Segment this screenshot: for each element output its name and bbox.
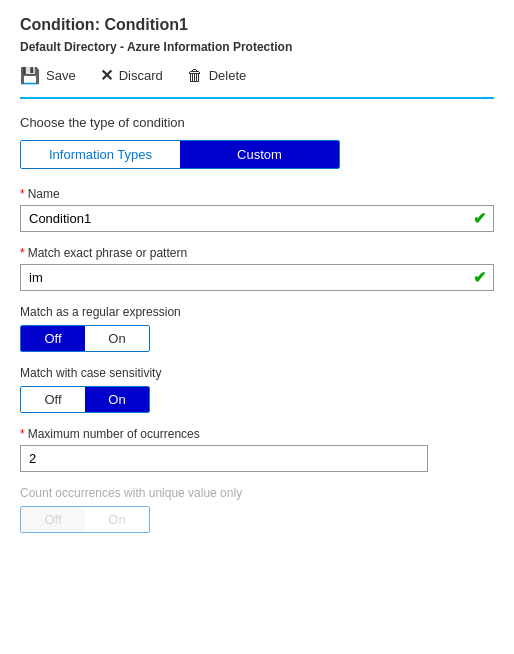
case-sensitivity-toggle: Off On [20,386,150,413]
regex-toggle-group: Match as a regular expression Off On [20,305,494,352]
name-field-group: *Name ✔ [20,187,494,232]
regex-on-button[interactable]: On [85,326,149,351]
delete-label: Delete [209,68,247,83]
max-occurrences-group: *Maximum number of ocurrences [20,427,494,472]
condition-type-label: Choose the type of condition [20,115,494,130]
regex-label: Match as a regular expression [20,305,494,319]
delete-button[interactable]: 🗑 Delete [187,67,247,85]
case-off-button[interactable]: Off [21,387,85,412]
max-occurrences-input[interactable] [20,445,428,472]
name-input-wrapper: ✔ [20,205,494,232]
match-valid-icon: ✔ [473,268,486,287]
name-required-star: * [20,187,25,201]
match-label: *Match exact phrase or pattern [20,246,494,260]
condition-type-tabs: Information Types Custom [20,140,340,169]
delete-icon: 🗑 [187,67,203,85]
discard-button[interactable]: ✕ Discard [100,66,163,85]
name-input[interactable] [20,205,494,232]
save-label: Save [46,68,76,83]
discard-icon: ✕ [100,66,113,85]
regex-toggle: Off On [20,325,150,352]
save-icon: 💾 [20,66,40,85]
page-title: Condition: Condition1 [20,16,494,34]
case-on-button[interactable]: On [85,387,149,412]
max-occ-label: *Maximum number of ocurrences [20,427,494,441]
regex-off-button[interactable]: Off [21,326,85,351]
count-unique-on-button: On [85,507,149,532]
case-sensitivity-label: Match with case sensitivity [20,366,494,380]
tab-custom[interactable]: Custom [180,141,339,168]
match-field-group: *Match exact phrase or pattern ✔ [20,246,494,291]
name-valid-icon: ✔ [473,209,486,228]
match-input-wrapper: ✔ [20,264,494,291]
count-unique-off-button: Off [21,507,85,532]
match-input[interactable] [20,264,494,291]
count-unique-group: Count occurrences with unique value only… [20,486,494,533]
count-unique-toggle: Off On [20,506,150,533]
toolbar: 💾 Save ✕ Discard 🗑 Delete [20,66,494,99]
page-subtitle: Default Directory - Azure Information Pr… [20,40,494,54]
tab-information-types[interactable]: Information Types [21,141,180,168]
discard-label: Discard [119,68,163,83]
save-button[interactable]: 💾 Save [20,66,76,85]
match-required-star: * [20,246,25,260]
name-label: *Name [20,187,494,201]
case-sensitivity-group: Match with case sensitivity Off On [20,366,494,413]
count-unique-label: Count occurrences with unique value only [20,486,494,500]
max-occ-required-star: * [20,427,25,441]
